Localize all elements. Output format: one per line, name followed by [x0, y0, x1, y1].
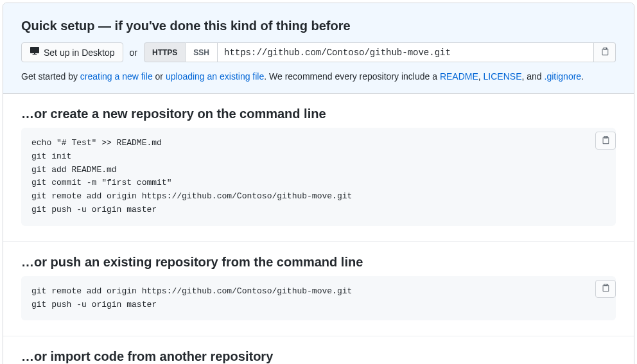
push-repo-code: git remote add origin https://github.com… [31, 285, 606, 312]
help-text: Get started by creating a new file or up… [21, 71, 616, 82]
create-repo-section: …or create a new repository on the comma… [3, 94, 634, 242]
repo-setup-container: Quick setup — if you've done this kind o… [3, 3, 634, 364]
copy-url-button[interactable] [594, 42, 616, 62]
create-repo-heading: …or create a new repository on the comma… [21, 107, 616, 121]
link-upload-file[interactable]: uploading an existing file [166, 71, 264, 82]
https-button[interactable]: HTTPS [144, 42, 186, 62]
clipboard-icon [601, 135, 610, 146]
copy-create-code-button[interactable] [595, 132, 616, 150]
link-new-file[interactable]: creating a new file [80, 71, 153, 82]
link-gitignore[interactable]: .gitignore [545, 71, 582, 82]
create-repo-code-block: echo "# Test" >> README.md git init git … [21, 128, 616, 226]
setup-row: Set up in Desktop or HTTPS SSH [21, 42, 616, 62]
setup-desktop-label: Set up in Desktop [44, 48, 115, 58]
or-text: or [123, 48, 144, 58]
push-repo-section: …or push an existing repository from the… [3, 242, 634, 337]
repo-url-input[interactable] [218, 42, 594, 62]
link-readme[interactable]: README [440, 71, 478, 82]
protocol-toggle: HTTPS SSH [144, 42, 218, 62]
push-repo-code-block: git remote add origin https://github.com… [21, 276, 616, 321]
clipboard-icon [600, 47, 609, 58]
import-repo-heading: …or import code from another repository [21, 349, 616, 364]
quick-setup-panel: Quick setup — if you've done this kind o… [3, 3, 634, 94]
desktop-icon [30, 46, 40, 58]
link-license[interactable]: LICENSE [484, 71, 522, 82]
create-repo-code: echo "# Test" >> README.md git init git … [31, 137, 606, 217]
ssh-button[interactable]: SSH [186, 42, 218, 62]
import-repo-section: …or import code from another repository … [3, 336, 634, 364]
push-repo-heading: …or push an existing repository from the… [21, 255, 616, 270]
quick-setup-heading: Quick setup — if you've done this kind o… [21, 19, 616, 33]
copy-push-code-button[interactable] [595, 280, 616, 298]
clipboard-icon [601, 283, 610, 294]
setup-desktop-button[interactable]: Set up in Desktop [21, 42, 123, 62]
